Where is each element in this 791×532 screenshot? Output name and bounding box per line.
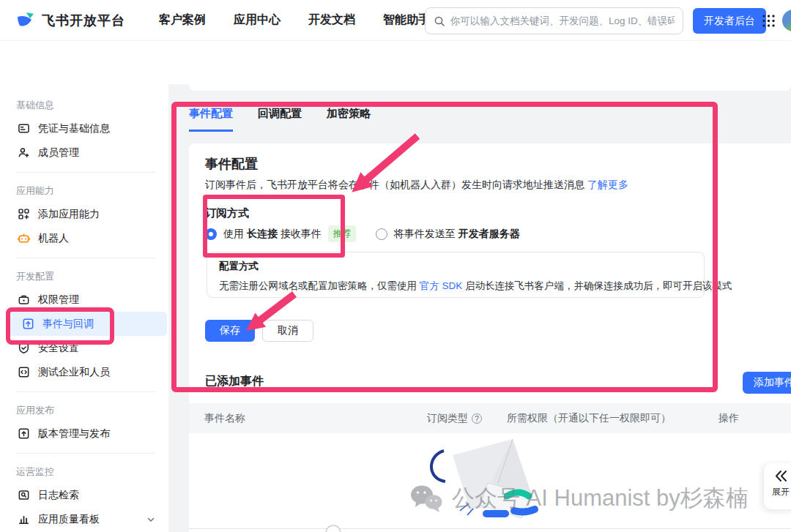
sidebar-section-monitor: 运营监控 (0, 461, 168, 483)
config-text-after: 启动长连接飞书客户端，并确保连接成功后，即可开启该模式 (465, 280, 732, 291)
sidebar-item-label: 安全设置 (38, 342, 79, 355)
search-input[interactable] (450, 15, 675, 26)
sidebar-item-label: 日志检索 (38, 489, 79, 502)
section-title: 事件配置 (205, 155, 258, 173)
recommended-badge: 推荐 (328, 225, 356, 242)
robot-icon (18, 232, 30, 244)
radio-developer-server[interactable] (376, 228, 387, 240)
sidebar-item-quality-dashboard[interactable]: 应用质量看板 (1, 507, 167, 531)
config-text-before: 无需注册公网域名或配置加密策略，仅需使用 (219, 280, 417, 291)
shield-check-icon (18, 342, 30, 354)
publish-icon (18, 427, 30, 440)
tab-callback-config[interactable]: 回调配置 (258, 107, 302, 132)
sidebar-item-label: 应用质量看板 (38, 513, 100, 526)
app-header-bar (0, 41, 791, 84)
sidebar-item-label: 成员管理 (38, 146, 79, 160)
nav-item-docs[interactable]: 开发文档 (308, 12, 355, 28)
divider (16, 453, 155, 454)
col-actions: 操作 (718, 412, 739, 425)
col-required-permissions: 所需权限（开通以下任一权限即可） (507, 412, 671, 425)
event-callback-icon (22, 318, 34, 330)
tab-encryption-policy[interactable]: 加密策略 (327, 107, 371, 132)
log-search-icon (18, 489, 30, 501)
option-prefix: 使用 (223, 228, 244, 239)
member-add-icon (18, 146, 30, 159)
col-subscription-type: 订阅类型 ? (427, 412, 482, 425)
double-chevron-left-icon (774, 470, 788, 482)
avatar[interactable] (782, 10, 791, 31)
code-box-icon (18, 366, 30, 378)
chevron-down-icon[interactable] (146, 515, 155, 524)
divider (16, 391, 155, 392)
divider (16, 172, 155, 173)
radio-long-connection-label[interactable]: 使用 长连接 接收事件 (223, 228, 322, 241)
divider (16, 258, 155, 258)
sidebar-item-add-capability[interactable]: 添加应用能力 (1, 202, 167, 226)
grid-add-icon (18, 208, 30, 220)
sidebar-item-label: 添加应用能力 (38, 208, 100, 221)
sidebar-item-events-callbacks[interactable]: 事件与回调 (6, 312, 167, 336)
sidebar-item-label: 版本管理与发布 (38, 427, 110, 441)
logo-text: 飞书开放平台 (42, 12, 125, 29)
sidebar-section-capability: 应用能力 (0, 180, 168, 202)
expand-label: 展开 (772, 486, 790, 498)
tab-event-config[interactable]: 事件配置 (189, 107, 233, 132)
subscribe-mode-label: 订阅方式 (205, 206, 249, 220)
sidebar-section-basic: 基础信息 (0, 94, 168, 116)
config-mode-text: 无需注册公网域名或配置加密策略，仅需使用 官方 SDK 启动长连接飞书客户端，并… (219, 280, 692, 293)
nav-item-assistant-label: 智能助手 (383, 12, 430, 28)
sidebar-item-credentials[interactable]: 凭证与基础信息 (1, 116, 167, 141)
expand-panel-button[interactable]: 展开 (764, 463, 791, 509)
lock-case-icon (18, 293, 30, 306)
add-event-button[interactable]: 添加事件 (743, 372, 791, 394)
learn-more-link[interactable]: 了解更多 (587, 179, 628, 190)
wechat-icon (409, 484, 444, 513)
config-mode-title: 配置方式 (219, 260, 692, 273)
search-box[interactable] (425, 7, 683, 34)
cancel-button[interactable]: 取消 (262, 320, 313, 342)
watermark: 公众号 AI Humanist by杉森楠 (409, 483, 749, 514)
sidebar-item-version-release[interactable]: 版本管理与发布 (1, 422, 167, 446)
credential-card-icon (18, 122, 30, 135)
option-suffix: 接收事件 (281, 228, 322, 239)
sidebar-item-security[interactable]: 安全设置 (1, 336, 167, 360)
col-label: 订阅类型 (427, 412, 468, 425)
sidebar-item-log-search[interactable]: 日志检索 (1, 483, 167, 507)
events-table-header: 事件名称 订阅类型 ? 所需权限（开通以下任一权限即可） 操作 (189, 403, 791, 433)
tab-bar: 事件配置 回调配置 加密策略 (189, 107, 371, 132)
sidebar-item-permissions[interactable]: 权限管理 (1, 288, 167, 312)
official-sdk-link[interactable]: 官方 SDK (420, 280, 463, 291)
sidebar: 基础信息 凭证与基础信息 成员管理 应用能力 添加应用能力 (0, 84, 168, 532)
watermark-text: 公众号 AI Humanist by杉森楠 (452, 483, 749, 514)
radio-long-connection[interactable] (205, 228, 217, 240)
sidebar-item-test-company[interactable]: 测试企业和人员 (1, 360, 167, 384)
top-navigation: 飞书开放平台 客户案例 应用中心 开发文档 智能助手 ✦ AI 开发 开发者后台 (0, 0, 791, 41)
config-mode-box: 配置方式 无需注册公网域名或配置加密策略，仅需使用 官方 SDK 启动长连接飞书… (207, 252, 705, 298)
sidebar-item-label: 事件与回调 (42, 318, 94, 331)
description-text: 订阅事件后，飞书开放平台将会在事件（如机器人入群）发生时向请求地址推送消息 (205, 179, 584, 190)
sidebar-section-devconfig: 开发配置 (0, 266, 168, 288)
radio-developer-server-label[interactable]: 将事件发送至 开发者服务器 (394, 228, 520, 241)
option-prefix: 将事件发送至 (394, 228, 456, 239)
search-icon (434, 15, 445, 27)
nav-item-appcenter[interactable]: 应用中心 (234, 12, 281, 28)
bar-chart-icon (18, 513, 30, 525)
sidebar-item-label: 测试企业和人员 (38, 366, 110, 379)
dev-console-button[interactable]: 开发者后台 (693, 8, 766, 34)
feishu-bird-icon (16, 10, 36, 30)
section-description: 订阅事件后，飞书开放平台将会在事件（如机器人入群）发生时向请求地址推送消息 了解… (205, 179, 628, 192)
divider (189, 528, 791, 529)
sidebar-item-label: 权限管理 (38, 293, 79, 307)
added-events-title: 已添加事件 (205, 374, 264, 389)
feishu-logo[interactable]: 飞书开放平台 (16, 10, 125, 30)
apps-grid-icon[interactable] (762, 14, 776, 28)
subscribe-options: 使用 长连接 接收事件 推荐 将事件发送至 开发者服务器 (205, 225, 520, 242)
sidebar-item-label: 机器人 (38, 232, 69, 245)
save-button[interactable]: 保存 (205, 320, 255, 342)
option-bold: 长连接 (247, 228, 278, 239)
nav-item-cases[interactable]: 客户案例 (159, 12, 206, 28)
sidebar-item-bot[interactable]: 机器人 (1, 226, 167, 250)
help-icon[interactable]: ? (472, 413, 482, 424)
sidebar-item-members[interactable]: 成员管理 (1, 141, 167, 165)
previous-card-edge (189, 84, 791, 91)
